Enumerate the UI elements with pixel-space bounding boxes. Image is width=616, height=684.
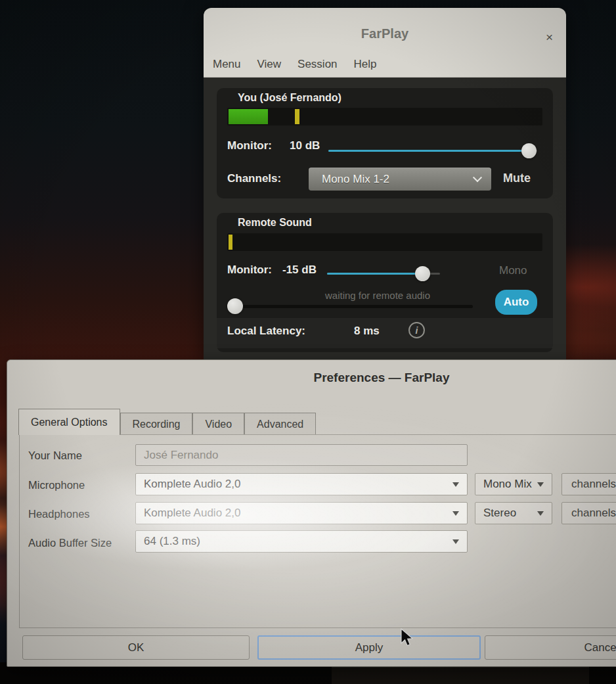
remote-monitor-slider[interactable] [327,266,440,282]
audio-buffer-size-dropdown[interactable]: 64 (1.3 ms) [135,530,468,553]
auto-button[interactable]: Auto [495,290,537,315]
tab-advanced[interactable]: Advanced [244,413,316,435]
dropdown-caret-icon [537,511,544,516]
microphone-channel-mode-dropdown[interactable]: Mono Mix [475,473,552,495]
microphone-channels-label: channels [571,478,616,491]
preferences-dialog: Preferences — FarPlay General Options Re… [7,359,616,667]
headphones-channels-dropdown[interactable]: channels [561,502,616,524]
remote-sound-section: Remote Sound Monitor: -15 dB Mono waitin… [217,213,553,352]
you-section-title: You (José Fernando) [238,92,341,104]
meter-level-bar [229,109,268,124]
slider-fill [327,273,423,275]
headphones-label: Headphones [28,508,90,520]
you-monitor-slider[interactable] [328,143,537,159]
mouse-cursor-icon [399,628,414,648]
slider-fill [328,150,529,152]
microphone-label: Microphone [28,479,85,491]
ok-button[interactable]: OK [22,635,250,660]
microphone-channels-dropdown[interactable]: channels [561,473,616,495]
channels-dropdown[interactable]: Mono Mix 1-2 [309,168,491,191]
your-name-input[interactable] [135,444,468,466]
slider-track [328,150,537,152]
apply-button[interactable]: Apply [257,635,481,660]
slider-track [227,305,473,308]
audio-buffer-size-value: 64 (1.3 ms) [144,535,200,548]
close-icon[interactable]: × [546,30,553,45]
headphones-channels-label: channels [571,507,616,520]
menu-item-view[interactable]: View [257,58,282,71]
dropdown-caret-icon [452,482,459,487]
monitor-value: 10 dB [290,139,320,152]
tab-bar: General Options Recording Video Advanced [18,409,316,435]
local-latency-label: Local Latency: [227,325,305,338]
microphone-value: Komplete Audio 2,0 [144,478,240,491]
menu-item-help[interactable]: Help [354,58,377,71]
monitor-label: Monitor: [227,139,272,152]
monitor-label: Monitor: [227,263,272,277]
mono-button[interactable]: Mono [499,264,527,277]
cancel-button[interactable]: Cancel [485,635,616,660]
chevron-down-icon [473,173,482,182]
mute-button[interactable]: Mute [503,171,531,185]
headphones-channel-mode-dropdown[interactable]: Stereo [475,502,552,524]
window-title: FarPlay [204,26,566,41]
you-section: You (José Fernando) Monitor: 10 dB Chann… [217,88,553,198]
monitor-value: -15 dB [282,263,317,277]
slider-handle[interactable] [227,298,243,314]
tab-video[interactable]: Video [192,413,244,435]
tab-general-options[interactable]: General Options [18,409,120,435]
info-icon[interactable]: i [408,322,425,338]
headphones-dropdown[interactable]: Komplete Audio 2,0 [135,502,468,524]
audio-buffer-size-label: Audio Buffer Size [28,537,112,549]
microphone-dropdown[interactable]: Komplete Audio 2,0 [135,473,468,495]
input-level-meter [227,108,542,125]
remote-section-title: Remote Sound [238,217,312,229]
menu-item-session[interactable]: Session [297,58,337,71]
local-latency-value: 8 ms [354,325,380,338]
dialog-title: Preferences — FarPlay [7,371,616,385]
farplay-main-window: FarPlay × Menu View Session Help You (Jo… [204,8,566,359]
menu-item-menu[interactable]: Menu [213,58,241,71]
farplay-content: You (José Fernando) Monitor: 10 dB Chann… [204,78,566,359]
slider-handle[interactable] [521,143,537,158]
remote-level-meter [227,233,542,251]
channels-label: Channels: [227,172,281,185]
dropdown-caret-icon [452,539,459,544]
headphones-channel-mode-value: Stereo [483,507,516,520]
dropdown-caret-icon [537,482,544,487]
your-name-label: Your Name [28,449,82,462]
microphone-channel-mode-value: Mono Mix [483,478,532,491]
channels-dropdown-value: Mono Mix 1-2 [322,173,389,186]
meter-peak-marker [229,235,232,250]
slider-handle[interactable] [415,266,430,281]
meter-peak-marker [295,109,299,124]
menu-bar: Menu View Session Help [204,51,566,78]
background-window-edge [332,667,589,684]
dropdown-caret-icon [452,511,459,516]
latency-slider[interactable] [227,297,473,315]
tab-recording[interactable]: Recording [120,413,193,435]
headphones-value: Komplete Audio 2,0 [144,507,240,520]
